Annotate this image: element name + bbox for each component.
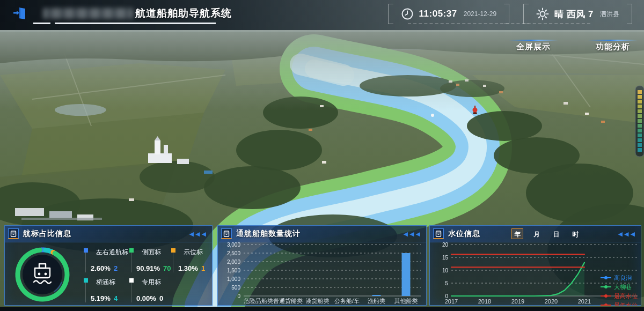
- legend-color-swatch: [129, 278, 134, 283]
- collapse-chevrons-icon[interactable]: ◀◀◀: [189, 231, 208, 237]
- function-analysis-button[interactable]: 功能分析: [588, 40, 638, 55]
- collapse-chevrons-icon[interactable]: ◀◀◀: [404, 231, 422, 237]
- archive-icon: [10, 231, 17, 237]
- water-level-tab-月[interactable]: 月: [531, 228, 543, 239]
- svg-text:15: 15: [442, 255, 449, 261]
- legend-item: 专用标0.00%0: [131, 278, 180, 302]
- water-level-header: 水位信息 年月日时 ◀◀◀: [430, 226, 641, 242]
- ship-stats-header: 通航船舶数量统计 ◀◀◀: [218, 226, 426, 242]
- legend-value: 0.00%0: [136, 294, 180, 302]
- sun-icon: [536, 8, 549, 20]
- buoy-donut-chart: [12, 245, 72, 307]
- clock-icon: [401, 8, 414, 20]
- fullscreen-button[interactable]: 全屏展示: [509, 40, 558, 55]
- svg-text:500: 500: [231, 285, 240, 291]
- title-prefix-redacted: [43, 8, 133, 19]
- bracket-left: [523, 4, 529, 24]
- legend-value: 2.60%2: [91, 264, 135, 272]
- system-title: 航道船舶助导航系统: [135, 6, 232, 20]
- archive-icon: [435, 231, 442, 237]
- top-header-bar: 航道船舶助导航系统 11:05:37 2021-12-29 晴 西风 7 泗洪县: [0, 0, 644, 30]
- current-time: 11:05:37: [419, 9, 457, 19]
- panel-icon-box: [8, 228, 19, 239]
- svg-text:2,500: 2,500: [227, 250, 240, 256]
- svg-text:2,000: 2,000: [227, 259, 240, 265]
- svg-text:1,500: 1,500: [227, 268, 240, 273]
- legend-label[interactable]: 最低水位: [614, 302, 638, 306]
- legend-label[interactable]: 最高水位: [614, 293, 638, 299]
- water-level-panel: 水位信息 年月日时 ◀◀◀ 05101520201720182019202020…: [429, 225, 641, 306]
- legend-color-swatch: [84, 278, 88, 283]
- x-axis-year-label: 2021: [578, 298, 591, 305]
- panel-title: 通航船舶数量统计: [236, 229, 301, 239]
- legend-value: 5.19%4: [91, 294, 135, 302]
- water-level-tab-时[interactable]: 时: [569, 228, 581, 239]
- svg-text:20: 20: [442, 242, 449, 248]
- panel-title: 水位信息: [448, 229, 480, 239]
- location-label: 泗洪县: [600, 10, 619, 19]
- svg-text:10: 10: [442, 268, 449, 273]
- title-underline: [33, 23, 216, 24]
- topbar-decor-dashes: [408, 23, 590, 25]
- clock-group: 11:05:37 2021-12-29: [388, 4, 510, 24]
- weather-group: 晴 西风 7 泗洪县: [523, 4, 632, 24]
- x-axis-year-label: 2020: [545, 298, 558, 305]
- x-axis-year-label: 2017: [445, 298, 458, 305]
- panel-icon-box: [433, 228, 444, 239]
- archive-icon: [223, 231, 230, 237]
- current-date: 2021-12-29: [464, 10, 496, 18]
- legend-label: 专用标: [142, 278, 180, 287]
- app-logo-icon: [12, 5, 28, 21]
- legend-label[interactable]: 高良涧: [614, 275, 632, 281]
- svg-text:0: 0: [237, 293, 240, 299]
- legend-item: 左右通航标2.60%2: [85, 248, 135, 272]
- ship-count-bar-chart: 05001,0001,5002,0002,5003,000危险品船类普通货船类液…: [218, 242, 427, 306]
- legend-label[interactable]: 大柳巷: [614, 284, 632, 290]
- bracket-right: [627, 4, 632, 24]
- legend-item: 桥涵标5.19%4: [85, 278, 135, 302]
- panel-title: 航标占比信息: [23, 229, 71, 239]
- buoy-ratio-panel: 航标占比信息 ◀◀◀ 左右通航标2.60%2侧面标90.91%70示位标1.30…: [4, 225, 213, 306]
- collapse-chevrons-icon[interactable]: ◀◀◀: [618, 231, 636, 237]
- x-axis-year-label: 2019: [511, 298, 524, 305]
- legend-color-swatch: [84, 248, 88, 253]
- water-level-tab-年[interactable]: 年: [511, 228, 523, 239]
- legend-item: 示位标1.30%1: [173, 248, 222, 272]
- svg-text:5: 5: [445, 280, 448, 286]
- legend-color-swatch: [129, 248, 134, 253]
- ship-stats-panel: 通航船舶数量统计 ◀◀◀ 05001,0001,5002,0002,5003,0…: [217, 225, 427, 306]
- bar: [402, 253, 411, 296]
- water-level-tab-bar: 年月日时: [511, 228, 581, 239]
- bar-category-label: 渔船类: [368, 298, 385, 304]
- bracket-right: [504, 4, 509, 24]
- legend-value: 1.30%1: [178, 264, 222, 272]
- x-axis-year-label: 2018: [478, 298, 491, 305]
- buoy-ratio-header: 航标占比信息 ◀◀◀: [5, 226, 212, 242]
- bracket-left: [388, 4, 393, 24]
- bar-category-label: 公务船/车: [334, 298, 360, 304]
- boat-marker[interactable]: [431, 114, 434, 117]
- legend-label: 示位标: [184, 248, 222, 257]
- bar: [372, 295, 381, 296]
- svg-text:1,000: 1,000: [227, 276, 240, 282]
- weather-summary: 晴 西风 7: [554, 8, 594, 20]
- legend-color-swatch: [171, 248, 175, 253]
- bar-category-label: 液货船类: [306, 298, 330, 304]
- water-level-tab-日[interactable]: 日: [550, 228, 562, 239]
- water-level-line-chart: 0510152020172018201920202021高良涧大柳巷最高水位最低…: [430, 242, 642, 306]
- bar-category-label: 其他船类: [394, 298, 418, 304]
- svg-text:3,000: 3,000: [227, 242, 240, 248]
- panel-icon-box: [221, 228, 232, 239]
- action-button-row: 全屏展示 功能分析: [509, 40, 638, 55]
- bar-category-label: 普通货船类: [273, 298, 303, 304]
- bar-category-label: 危险品船类: [244, 298, 273, 304]
